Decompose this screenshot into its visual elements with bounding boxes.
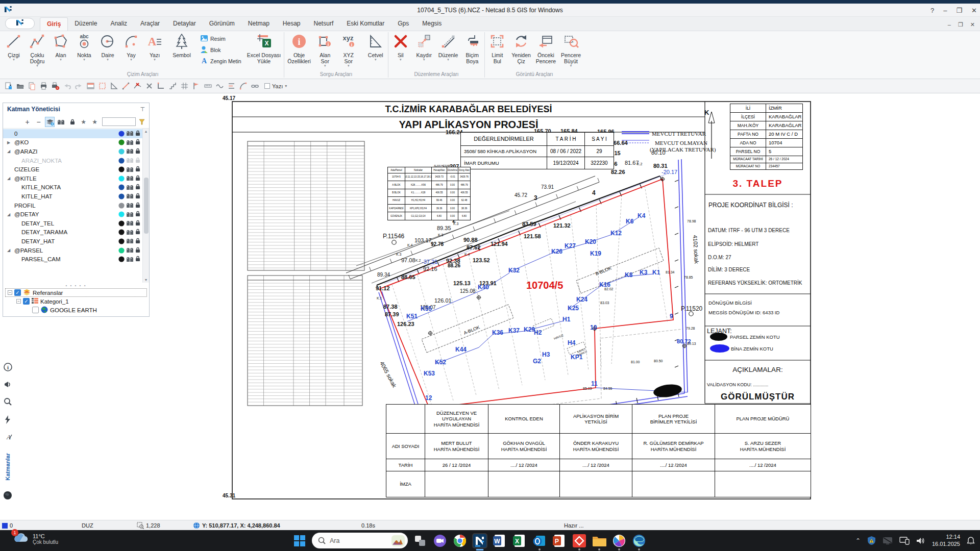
lock-icon[interactable] xyxy=(135,193,140,200)
ribbon-tool-alan-sor[interactable]: iAlan Sor▾ xyxy=(313,33,337,68)
ribbon-tab-gps[interactable]: Gps xyxy=(391,17,415,31)
lock-icon[interactable] xyxy=(135,229,140,236)
chain-icon[interactable] xyxy=(250,81,260,91)
lock-icon[interactable] xyxy=(135,211,140,218)
widgets-icon[interactable] xyxy=(412,533,428,548)
layer-color-swatch[interactable] xyxy=(118,131,125,137)
redo-icon[interactable] xyxy=(74,81,84,91)
ribbon-tool-cetvel[interactable]: Cetvel▾ xyxy=(364,33,387,62)
visibility-icon[interactable] xyxy=(126,256,134,263)
ribbon-tool-pencere-büyüt[interactable]: Pencere Büyüt▾ xyxy=(558,33,583,68)
reference-tree-item-kategori_1[interactable]: −✓Kategori_1 xyxy=(5,297,147,306)
arc-small-icon[interactable] xyxy=(238,81,248,91)
expand-arrow-icon[interactable]: ▶ xyxy=(7,140,12,145)
cross-icon[interactable] xyxy=(144,81,154,91)
checkbox-icon[interactable]: ✓ xyxy=(14,289,21,296)
zoom-level[interactable]: 1,228 xyxy=(137,520,160,531)
tray-expand-chevron[interactable]: ⌃ xyxy=(855,537,861,544)
layer-row-@parsel[interactable]: ◢@PARSEL xyxy=(3,246,149,255)
layer-row-@detay[interactable]: ◢@DETAY xyxy=(3,210,149,219)
side-tab-katmanlar[interactable]: Katmanlar xyxy=(4,450,12,484)
text-edit-icon[interactable]: A xyxy=(4,433,12,443)
draw-mode-indicator[interactable]: DUZ xyxy=(82,520,93,531)
toggle-visibility-button[interactable] xyxy=(56,117,66,127)
undo-icon[interactable] xyxy=(62,81,72,91)
visibility-icon[interactable] xyxy=(126,130,134,137)
lock-layers-button[interactable] xyxy=(67,117,77,127)
speaker-icon[interactable] xyxy=(916,537,925,545)
filter-funnel-icon[interactable] xyxy=(137,117,147,127)
add-layer-button[interactable]: + xyxy=(22,117,32,127)
layer-row-kitle_hat[interactable]: KITLE_HAT xyxy=(3,192,149,201)
layer-color-swatch[interactable] xyxy=(118,238,125,244)
ribbon-tool-nokta[interactable]: abcNokta▾ xyxy=(72,33,96,62)
ribbon-tool-excel-dosyası-yükle[interactable]: XExcel Dosyası Yükle xyxy=(244,33,284,65)
edge-icon[interactable] xyxy=(631,533,647,548)
layer-row-@kitle[interactable]: ◢@KITLE xyxy=(3,174,149,183)
visibility-icon[interactable] xyxy=(126,184,134,191)
checkbox-icon[interactable] xyxy=(264,83,270,89)
chat-icon[interactable] xyxy=(432,533,448,548)
help-button[interactable]: ? xyxy=(930,7,934,14)
devapp-icon[interactable] xyxy=(572,533,587,548)
visibility-icon[interactable] xyxy=(126,193,134,199)
ribbon-tab-netsurf[interactable]: Netsurf xyxy=(307,17,340,31)
lock-icon[interactable] xyxy=(135,166,140,173)
pc-phone-icon[interactable] xyxy=(899,536,910,545)
remove-layer-button[interactable]: − xyxy=(34,117,43,127)
layer-color-swatch[interactable] xyxy=(118,256,125,262)
layer-row-0[interactable]: 0 xyxy=(3,129,149,138)
chrome-icon[interactable] xyxy=(452,533,468,548)
ribbon-tab-megsis[interactable]: Megsis xyxy=(415,17,448,31)
diag-line-icon[interactable] xyxy=(120,81,131,91)
drawing-canvas[interactable]: 45.1745.3140.29166.24165.70165.84165.961… xyxy=(152,93,980,520)
layer-color-swatch[interactable] xyxy=(118,176,125,182)
flag-icon[interactable] xyxy=(191,81,201,91)
netcad-icon[interactable] xyxy=(472,533,487,548)
ribbon-tool-düzenle[interactable]: Düzenle▾ xyxy=(436,33,461,62)
maximize-button[interactable]: ❐ xyxy=(956,7,962,14)
expand-arrow-icon[interactable]: ◢ xyxy=(7,248,12,253)
panel-splitter[interactable]: • • • • • xyxy=(3,283,149,288)
layer-row-parsel_cam[interactable]: PARSEL_CAM xyxy=(3,255,149,264)
lock-icon[interactable] xyxy=(135,247,140,254)
triangle-ruler-icon[interactable] xyxy=(109,81,119,91)
layer-row-kitle_nokta[interactable]: KITLE_NOKTA xyxy=(3,183,149,192)
layer-row-@arazi[interactable]: ◢@ARAZI xyxy=(3,147,149,156)
minimize-button[interactable]: – xyxy=(943,7,947,14)
ribbon-tool-obje-özellikleri[interactable]: iObje Özellikleri xyxy=(285,33,313,65)
ribbon-tool-daire[interactable]: Daire▾ xyxy=(96,33,119,62)
layer-color-swatch[interactable] xyxy=(118,193,125,199)
layer-row-profil[interactable]: PROFIL xyxy=(3,201,149,210)
expand-arrow-icon[interactable]: ◢ xyxy=(7,149,12,154)
word-icon[interactable]: W xyxy=(492,533,507,548)
layer-list-scrollbar[interactable]: ▲▼ xyxy=(142,129,149,283)
align-icon[interactable] xyxy=(226,81,236,91)
globe-dark-icon[interactable] xyxy=(3,491,12,502)
node-delete-icon[interactable] xyxy=(132,81,142,91)
hash-grid-icon[interactable] xyxy=(179,81,189,91)
ribbon-tool-sembol[interactable]: Sembol xyxy=(170,33,193,59)
close-button[interactable]: ✕ xyxy=(971,7,977,14)
layer-row-detay_hat[interactable]: DETAY_HAT xyxy=(3,237,149,246)
folder-icon[interactable] xyxy=(592,533,607,548)
ribbon-tool-önceki-pencere[interactable]: Önceki Pencere xyxy=(533,33,558,65)
ribbon-tool-çizgi[interactable]: Çizgi▾ xyxy=(2,33,26,62)
ribbon-tab-hesap[interactable]: Hesap xyxy=(276,17,307,31)
document-window-controls[interactable]: –❐✕ xyxy=(948,21,975,28)
expand-arrow-icon[interactable]: ◢ xyxy=(7,176,12,181)
ribbon-tab-düzenle[interactable]: Düzenle xyxy=(68,17,104,31)
lock-icon[interactable] xyxy=(135,220,140,227)
visibility-icon[interactable] xyxy=(126,229,134,236)
ribbon-tool-blok[interactable]: Blok xyxy=(200,45,241,55)
tree-collapse-icon[interactable]: − xyxy=(8,290,12,295)
visibility-icon[interactable] xyxy=(126,157,134,164)
ribbon-tab-analiz[interactable]: Analiz xyxy=(104,17,134,31)
layer-row-detay_tarama[interactable]: DETAY_TARAMA xyxy=(3,228,149,237)
visibility-icon[interactable] xyxy=(126,139,134,146)
ribbon-tool-xyz-sor[interactable]: xyziXYZ Sor▾ xyxy=(337,33,360,68)
visibility-icon[interactable] xyxy=(126,202,134,209)
lock-icon[interactable] xyxy=(135,238,140,245)
layer-row-@ko[interactable]: ▶@KO xyxy=(3,138,149,147)
security-shield-icon[interactable] xyxy=(867,536,876,545)
